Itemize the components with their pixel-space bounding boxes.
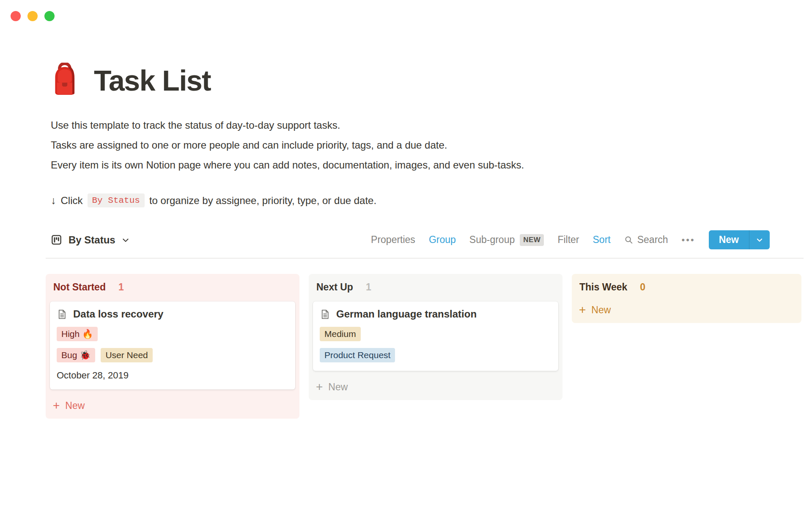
down-arrow-icon: ↓ (51, 194, 56, 207)
column-count: 1 (118, 282, 124, 293)
page-title: Task List (94, 66, 211, 96)
column-title[interactable]: Not Started (53, 282, 106, 293)
board: Not Started1Data loss recoveryHigh 🔥Bug … (46, 274, 804, 419)
new-split-button: New (709, 230, 770, 249)
tag-bug-: Bug 🐞 (57, 348, 95, 362)
tag-medium: Medium (320, 327, 361, 341)
card-tag-row: Medium (320, 327, 551, 341)
board-column-this-week: This Week0+New (572, 274, 801, 323)
card-tag-row: High 🔥 (57, 327, 288, 341)
column-header: Not Started1 (46, 274, 299, 299)
plus-icon: + (53, 400, 60, 411)
hint-suffix: to organize by assignee, priority, type,… (149, 195, 376, 207)
board-column-next-up: Next Up1German language translationMediu… (309, 274, 562, 400)
column-title[interactable]: This Week (579, 282, 627, 293)
column-new-label: New (591, 304, 611, 316)
backpack-emoji-icon (51, 63, 79, 96)
new-button[interactable]: New (709, 230, 749, 249)
search-label: Search (637, 234, 668, 246)
card-title-row: Data loss recovery (57, 308, 288, 320)
card-title-row: German language translation (320, 308, 551, 320)
group-button[interactable]: Group (429, 234, 456, 246)
card-title: German language translation (336, 308, 477, 320)
column-new-label: New (65, 400, 85, 411)
search-button[interactable]: Search (624, 234, 668, 246)
page-description: Use this template to track the status of… (51, 115, 804, 175)
subgroup-label: Sub-group (469, 234, 515, 246)
filter-button[interactable]: Filter (557, 234, 579, 246)
view-name: By Status (69, 234, 115, 246)
column-title[interactable]: Next Up (316, 282, 353, 293)
tag-product-request: Product Request (320, 348, 395, 362)
sort-button[interactable]: Sort (593, 234, 611, 246)
tag-user-need: User Need (101, 348, 152, 362)
search-icon (624, 235, 634, 245)
subgroup-button[interactable]: Sub-group NEW (469, 234, 544, 246)
card-title: Data loss recovery (73, 308, 163, 320)
view-switcher[interactable]: By Status (51, 234, 129, 246)
page-document-icon (57, 309, 67, 320)
column-new-button[interactable]: +New (572, 299, 801, 323)
callout-hint: ↓ Click By Status to organize by assigne… (51, 193, 804, 207)
plus-icon: + (316, 381, 323, 393)
column-count: 0 (640, 282, 645, 293)
page-title-row: Task List (51, 63, 804, 96)
column-new-label: New (328, 381, 348, 393)
chevron-down-icon (756, 236, 763, 244)
toolbar-actions: Properties Group Sub-group NEW Filter So… (371, 230, 770, 249)
column-header: This Week0 (572, 274, 801, 299)
hint-prefix: Click (61, 195, 83, 207)
minimize-window-button[interactable] (27, 11, 38, 21)
plus-icon: + (579, 304, 586, 316)
chevron-down-icon (122, 236, 129, 244)
description-line: Use this template to track the status of… (51, 115, 804, 135)
properties-button[interactable]: Properties (371, 234, 415, 246)
card-date: October 28, 2019 (57, 370, 288, 381)
task-card-german-language-translation[interactable]: German language translationMediumProduct… (313, 301, 558, 371)
page-header: Task List (51, 63, 804, 96)
more-options-button[interactable]: ••• (682, 235, 695, 246)
column-new-button[interactable]: +New (309, 376, 562, 400)
board-column-not-started: Not Started1Data loss recoveryHigh 🔥Bug … (46, 274, 299, 419)
toolbar-divider (46, 258, 804, 259)
column-new-button[interactable]: +New (46, 395, 299, 419)
inline-code-by-status: By Status (88, 193, 145, 207)
notion-page: Task List Use this template to track the… (46, 0, 804, 419)
card-tag-row: Product Request (320, 348, 551, 362)
close-window-button[interactable] (11, 11, 21, 21)
board-view-icon (51, 234, 62, 246)
tag-high-: High 🔥 (57, 327, 98, 341)
new-button-dropdown[interactable] (749, 230, 770, 249)
column-header: Next Up1 (309, 274, 562, 299)
new-feature-badge: NEW (520, 234, 544, 246)
view-toolbar: By Status Properties Group Sub-group NEW… (51, 230, 770, 249)
task-card-data-loss-recovery[interactable]: Data loss recoveryHigh 🔥Bug 🐞User NeedOc… (50, 301, 295, 389)
card-tag-row: Bug 🐞User Need (57, 348, 288, 362)
description-line: Tasks are assigned to one or more people… (51, 135, 804, 155)
page-document-icon (320, 309, 330, 320)
column-count: 1 (366, 282, 371, 293)
description-line: Every item is its own Notion page where … (51, 155, 804, 175)
